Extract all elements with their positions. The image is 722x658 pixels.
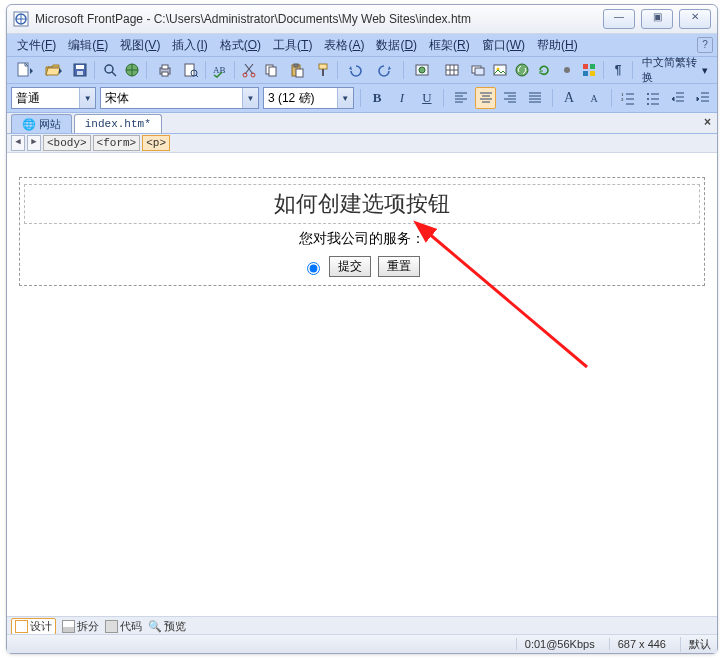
svg-point-37 [647,93,649,95]
view-design[interactable]: 设计 [11,618,56,635]
italic-button[interactable]: I [392,87,413,109]
tab-website[interactable]: 🌐 网站 [11,114,72,133]
titlebar: Microsoft FrontPage - C:\Users\Administr… [7,5,717,34]
menu-window[interactable]: 窗口(W) [476,35,531,56]
paste-button[interactable] [283,59,311,81]
insert-table-button[interactable] [438,59,466,81]
svg-rect-26 [475,68,484,75]
submit-button[interactable]: 提交 [329,256,371,277]
bold-button[interactable]: B [367,87,388,109]
spellcheck-button[interactable]: AB [210,59,230,81]
svg-rect-32 [590,64,595,69]
minimize-button[interactable]: — [603,9,635,29]
tab-close-button[interactable]: × [704,115,711,129]
publish-button[interactable] [122,59,142,81]
underline-button[interactable]: U [416,87,437,109]
showall-button[interactable]: ¶ [608,59,628,81]
document-tabstrip: 🌐 网站 index.htm* × [7,113,717,134]
find-button[interactable] [99,59,119,81]
context-help-button[interactable]: ? [697,37,713,53]
tab-indexhtm[interactable]: index.htm* [74,114,162,133]
print-preview-button[interactable] [180,59,200,81]
redo-button[interactable] [372,59,400,81]
tag-form[interactable]: <form> [93,135,141,151]
font-combo[interactable]: 宋体▼ [100,87,259,109]
increase-fontsize-button[interactable]: A [559,87,580,109]
status-dimensions: 687 x 446 [609,638,666,650]
window-title: Microsoft FrontPage - C:\Users\Administr… [35,12,603,26]
menubar: 文件(F) 编辑(E) 视图(V) 插入(I) 格式(O) 工具(T) 表格(A… [7,34,717,57]
svg-rect-10 [162,72,168,76]
svg-rect-27 [494,65,506,75]
open-button[interactable] [41,59,69,81]
style-combo[interactable]: 普通▼ [11,87,96,109]
outdent-button[interactable] [667,87,688,109]
bullet-list-button[interactable] [642,87,663,109]
formatting-toolbar: 普通▼ 宋体▼ 3 (12 磅)▼ B I U A A 12 [7,84,717,113]
format-painter-button[interactable] [313,59,333,81]
form-subtitle[interactable]: 您对我公司的服务： [24,226,700,252]
decrease-fontsize-button[interactable]: A [584,87,605,109]
svg-rect-4 [76,65,84,69]
svg-rect-33 [583,71,588,76]
print-button[interactable] [151,59,179,81]
fontsize-combo[interactable]: 3 (12 磅)▼ [263,87,354,109]
indent-button[interactable] [692,87,713,109]
stop-button[interactable] [557,59,577,81]
svg-rect-17 [269,67,276,76]
option-radio[interactable] [307,262,320,275]
close-button[interactable]: ✕ [679,9,711,29]
tag-nav-next[interactable]: ▶ [27,135,41,151]
standard-toolbar: AB ¶ 中文简繁转换 ▾ [7,57,717,84]
menu-data[interactable]: 数据(D) [370,35,423,56]
web-component-button[interactable] [408,59,436,81]
app-icon [13,11,29,27]
menu-format[interactable]: 格式(O) [214,35,267,56]
reset-button[interactable]: 重置 [378,256,420,277]
save-button[interactable] [70,59,90,81]
view-split[interactable]: 拆分 [62,619,99,634]
view-preview[interactable]: 🔍预览 [148,619,186,634]
insert-picture-button[interactable] [490,59,510,81]
svg-rect-34 [590,71,595,76]
menu-edit[interactable]: 编辑(E) [62,35,114,56]
menu-view[interactable]: 视图(V) [114,35,166,56]
menu-frame[interactable]: 框架(R) [423,35,476,56]
maximize-button[interactable]: ▣ [641,9,673,29]
menu-tools[interactable]: 工具(T) [267,35,318,56]
align-left-button[interactable] [450,87,471,109]
view-code[interactable]: 代码 [105,619,142,634]
cut-button[interactable] [239,59,259,81]
hyperlink-button[interactable] [512,59,532,81]
copy-button[interactable] [261,59,281,81]
tag-nav-prev[interactable]: ◀ [11,135,25,151]
page-heading[interactable]: 如何创建选项按钮 [27,187,697,221]
align-justify-button[interactable] [525,87,546,109]
numbered-list-button[interactable]: 12 [617,87,638,109]
ms-icon[interactable] [579,59,599,81]
status-mode: 默认 [680,637,711,652]
editor-area[interactable]: 如何创建选项按钮 您对我公司的服务： 提交 重置 [7,167,717,617]
statusbar: 0:01@56Kbps 687 x 446 默认 [7,634,717,653]
insert-layer-button[interactable] [467,59,487,81]
tag-p[interactable]: <p> [142,135,170,151]
align-center-button[interactable] [475,87,496,109]
undo-button[interactable] [342,59,370,81]
svg-text:2: 2 [621,97,624,102]
new-doc-button[interactable] [11,59,39,81]
refresh-button[interactable] [534,59,554,81]
menu-table[interactable]: 表格(A) [318,35,370,56]
menu-file[interactable]: 文件(F) [11,35,62,56]
tag-body[interactable]: <body> [43,135,91,151]
menu-insert[interactable]: 插入(I) [166,35,213,56]
menu-help[interactable]: 帮助(H) [531,35,584,56]
svg-point-38 [647,98,649,100]
svg-rect-31 [583,64,588,69]
svg-point-39 [647,103,649,105]
form-outline: 如何创建选项按钮 您对我公司的服务： 提交 重置 [19,177,705,286]
cn-convert-button[interactable]: 中文简繁转换 ▾ [637,59,713,81]
svg-point-23 [419,67,425,73]
svg-rect-19 [294,64,298,67]
svg-point-6 [105,65,113,73]
align-right-button[interactable] [500,87,521,109]
